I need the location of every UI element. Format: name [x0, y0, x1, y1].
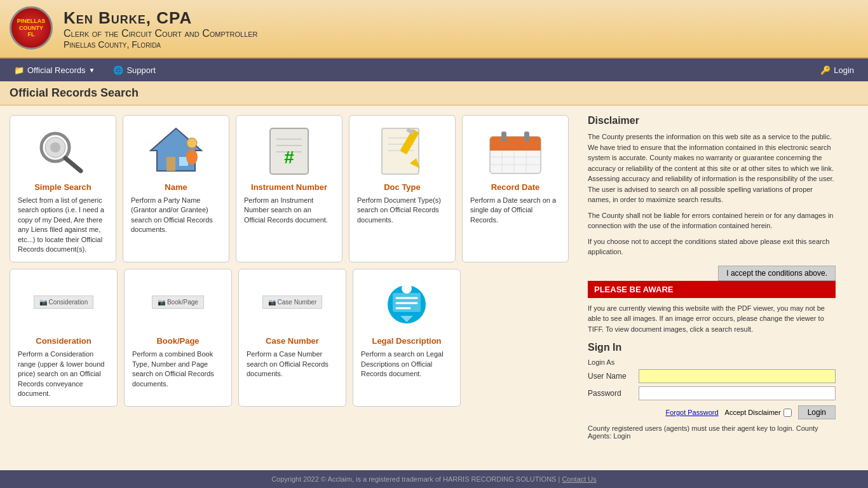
legal-description-title: Legal Description	[372, 336, 441, 346]
svg-rect-23	[490, 144, 541, 151]
svg-point-7	[187, 138, 197, 148]
instrument-number-desc: Perform an Instrument Number search on a…	[244, 196, 334, 225]
disclaimer-para2: The County shall not be liable for error…	[588, 210, 836, 231]
svg-rect-5	[166, 157, 175, 171]
name-desc: Perform a Party Name (Grantor and/or Gra…	[131, 196, 221, 235]
login-label: Login	[834, 65, 854, 75]
disclaimer-title: Disclaimer	[588, 115, 836, 126]
case-number-desc: Perform a Case Number search on Official…	[247, 349, 338, 379]
accept-disclaimer-label: Accept Disclaimer	[725, 409, 781, 416]
accept-conditions-button[interactable]: I accept the conditions above.	[718, 266, 836, 281]
name-icon	[141, 123, 211, 177]
org-title1: Clerk of the Circuit Court and Comptroll…	[64, 28, 258, 39]
svg-point-32	[402, 283, 412, 294]
doc-type-card[interactable]: Doc Type Perform Document Type(s) search…	[349, 115, 456, 262]
legal-description-icon	[372, 277, 442, 331]
case-number-card[interactable]: 📷 Case Number Case Number Perform a Case…	[238, 269, 346, 407]
svg-rect-25	[524, 132, 529, 142]
navbar-left: 📁 Official Records ▼ 🌐 Support	[6, 60, 163, 80]
legal-description-desc: Perform a search on Legal Descriptions o…	[361, 349, 452, 379]
password-row: Password	[588, 386, 836, 400]
svg-line-2	[65, 158, 81, 171]
nav-support[interactable]: 🌐 Support	[105, 60, 163, 80]
agents-note-text: County registered users (agents) must us…	[588, 424, 818, 440]
navbar-right: 🔑 Login	[813, 60, 862, 80]
book-page-card[interactable]: 📷 Book/Page Book/Page Perform a combined…	[124, 269, 232, 407]
book-page-desc: Perform a combined Book Type, Number and…	[132, 349, 224, 389]
forgot-password-link[interactable]: Forgot Password	[665, 409, 718, 416]
svg-text:#: #	[284, 147, 294, 167]
agents-note: County registered users (agents) must us…	[588, 424, 836, 440]
svg-marker-4	[151, 128, 201, 171]
footer-text: Copyright 2022 © Acclaim, is a registere…	[271, 475, 560, 483]
login-as-label: Login As	[588, 358, 836, 366]
login-icon: 🔑	[820, 65, 831, 75]
nav-official-records[interactable]: 📁 Official Records ▼	[6, 60, 102, 80]
folder-icon: 📁	[14, 65, 24, 75]
consideration-icon: 📷 Consideration	[29, 277, 98, 331]
instrument-number-title: Instrument Number	[251, 182, 327, 192]
aware-text: If you are currently viewing this websit…	[588, 303, 836, 335]
support-label: Support	[126, 65, 156, 75]
right-panel: Disclaimer The County presents the infor…	[578, 105, 845, 470]
footer: Copyright 2022 © Acclaim, is a registere…	[0, 470, 868, 488]
simple-search-card[interactable]: Simple Search Select from a list of gene…	[10, 115, 116, 262]
accept-disclaimer-checkbox[interactable]	[783, 409, 792, 417]
record-date-desc: Perform a Date search on a single day of…	[470, 196, 560, 225]
doc-type-title: Doc Type	[384, 182, 421, 192]
password-label: Password	[588, 389, 639, 398]
main-content: Simple Search Select from a list of gene…	[0, 105, 868, 470]
record-date-title: Record Date	[491, 182, 540, 192]
legal-description-card[interactable]: Legal Description Perform a search on Le…	[353, 269, 461, 407]
book-page-title: Book/Page	[156, 336, 199, 346]
username-row: User Name	[588, 369, 836, 383]
cards-row-1: Simple Search Select from a list of gene…	[10, 115, 569, 262]
header-text: Ken Burke, CPA Clerk of the Circuit Cour…	[64, 8, 258, 50]
simple-search-title: Simple Search	[34, 182, 92, 192]
disclaimer-para1: The County presents the information on t…	[588, 132, 836, 205]
consideration-card[interactable]: 📷 Consideration Consideration Perform a …	[10, 269, 118, 407]
official-records-label: Official Records	[27, 65, 86, 75]
header: PINELLASCOUNTYFL Ken Burke, CPA Clerk of…	[0, 0, 868, 58]
navbar: 📁 Official Records ▼ 🌐 Support 🔑 Login	[0, 58, 868, 81]
page-title: Official Records Search	[10, 86, 858, 100]
consideration-title: Consideration	[36, 336, 91, 346]
nav-login[interactable]: 🔑 Login	[813, 60, 862, 80]
name-title: Name	[165, 182, 187, 192]
search-area: Simple Search Select from a list of gene…	[0, 105, 578, 470]
svg-point-3	[50, 142, 60, 152]
case-number-icon: 📷 Case Number	[257, 277, 327, 331]
org-title2: Pinellas County, Florida	[64, 39, 258, 50]
svg-point-8	[186, 149, 198, 165]
simple-search-icon	[28, 123, 98, 177]
cards-row-2: 📷 Consideration Consideration Perform a …	[10, 269, 569, 407]
instrument-number-icon: #	[254, 123, 324, 177]
dropdown-arrow-icon: ▼	[89, 67, 95, 74]
instrument-number-card[interactable]: # Instrument Number Perform an Instrumen…	[236, 115, 342, 262]
svg-rect-24	[501, 132, 506, 142]
support-icon: 🌐	[113, 65, 123, 75]
signin-title: Sign In	[588, 342, 836, 353]
signin-actions: Forgot Password Accept Disclaimer Login	[588, 405, 836, 419]
record-date-card[interactable]: Record Date Perform a Date search on a s…	[462, 115, 569, 262]
username-input[interactable]	[639, 369, 836, 383]
aware-heading: PLEASE BE AWARE	[588, 281, 836, 298]
record-date-icon	[480, 123, 550, 177]
contact-link[interactable]: Contact Us	[562, 475, 596, 483]
login-button[interactable]: Login	[798, 405, 836, 419]
disclaimer-box: Disclaimer The County presents the infor…	[588, 115, 836, 257]
disclaimer-para3: If you choose not to accept the conditio…	[588, 236, 836, 257]
doc-type-icon	[367, 123, 437, 177]
name-card[interactable]: Name Perform a Party Name (Grantor and/o…	[123, 115, 229, 262]
password-input[interactable]	[639, 386, 836, 400]
signin-box: Sign In Login As User Name Password Forg…	[588, 342, 836, 440]
org-name: Ken Burke, CPA	[64, 8, 258, 28]
case-number-title: Case Number	[266, 336, 319, 346]
consideration-desc: Perform a Consideration range (upper & l…	[18, 349, 109, 398]
page-title-bar: Official Records Search	[0, 81, 868, 105]
doc-type-desc: Perform Document Type(s) search on Offic…	[357, 196, 447, 225]
username-label: User Name	[588, 372, 639, 381]
accept-disclaimer-area: Accept Disclaimer	[725, 409, 792, 417]
book-page-icon: 📷 Book/Page	[143, 277, 213, 331]
logo: PINELLASCOUNTYFL	[10, 6, 54, 51]
